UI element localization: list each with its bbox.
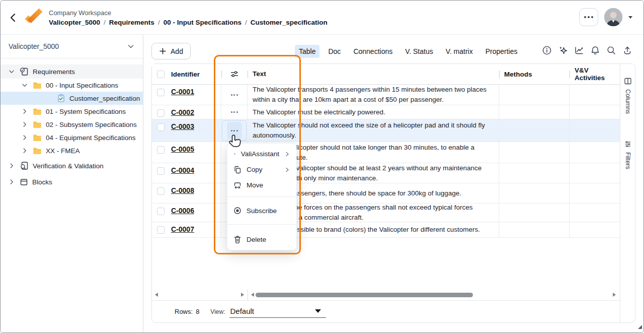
sidebar-item-customer-specification[interactable]: Customer_specification: [1, 92, 143, 105]
scroll-right-arrow[interactable]: [241, 293, 244, 297]
project-selector[interactable]: Valicopter_5000: [1, 35, 143, 58]
export-upload-icon[interactable]: [622, 45, 632, 55]
add-button[interactable]: Add: [151, 43, 191, 59]
filters-panel-toggle[interactable]: Filters: [624, 140, 632, 169]
sidebar-item-equipment-specifications[interactable]: 04 - Equipment Specifications: [1, 131, 143, 144]
chevron-right-icon[interactable]: [8, 162, 16, 169]
row-actions-button[interactable]: [229, 91, 240, 99]
avatar-dropdown-caret[interactable]: [628, 16, 632, 19]
row-actions-button[interactable]: [229, 108, 240, 116]
methods-cell[interactable]: [499, 222, 570, 237]
methods-cell[interactable]: [499, 85, 570, 105]
requirement-id-link[interactable]: C-0001: [171, 88, 194, 96]
valiassistant-sparkles-icon[interactable]: [558, 45, 568, 55]
view-select[interactable]: Default: [229, 306, 326, 318]
column-settings-sliders-icon[interactable]: [230, 70, 239, 79]
chevron-down-icon[interactable]: [21, 82, 29, 89]
requirements-doc-check-icon: [20, 67, 29, 76]
requirement-id-link[interactable]: C-0005: [171, 145, 194, 153]
requirement-id-link[interactable]: C-0007: [171, 225, 194, 233]
sidebar-item-requirements[interactable]: Requirements: [1, 64, 143, 79]
menu-item-move[interactable]: Move: [227, 177, 296, 193]
row-checkbox[interactable]: [157, 208, 165, 215]
tab-table[interactable]: Table: [295, 45, 319, 58]
methods-cell[interactable]: [499, 142, 570, 163]
vv-activities-cell[interactable]: [570, 85, 620, 105]
columns-panel-toggle[interactable]: Columns: [624, 77, 632, 114]
horizontal-scrollbar-thumb[interactable]: [256, 293, 473, 297]
tab-connections[interactable]: Connections: [349, 45, 396, 58]
chevron-down-icon[interactable]: [8, 68, 16, 75]
column-header-vv-activities[interactable]: V&V Activities: [570, 64, 620, 84]
row-checkbox[interactable]: [157, 109, 165, 117]
notifications-bell-icon[interactable]: [590, 45, 600, 55]
vv-activities-cell[interactable]: [570, 163, 620, 183]
info-icon[interactable]: [542, 45, 552, 55]
scroll-left-arrow[interactable]: [155, 293, 158, 297]
vv-activities-cell[interactable]: [570, 222, 620, 237]
sidebar-item-input-specifications[interactable]: 00 - Input Specifications: [1, 79, 143, 92]
columns-icon: [624, 77, 632, 85]
vv-activities-cell[interactable]: [570, 105, 620, 119]
sidebar-item-system-specifications[interactable]: 01 - System Specifications: [1, 105, 143, 118]
chevron-right-icon[interactable]: [21, 108, 29, 115]
tab-v-status[interactable]: V. Status: [401, 45, 437, 58]
menu-item-copy[interactable]: Copy: [227, 162, 296, 177]
chevron-right-icon[interactable]: [21, 147, 29, 154]
tab-v-matrix[interactable]: V. matrix: [442, 45, 477, 58]
sidebar-item-subsystem-specifications[interactable]: 02 - Subsystem Specifications: [1, 118, 143, 131]
scroll-right-arrow[interactable]: [613, 293, 616, 297]
tab-properties[interactable]: Properties: [481, 45, 522, 58]
menu-item-subscribe[interactable]: Subscribe: [227, 201, 296, 221]
chevron-right-icon[interactable]: [21, 134, 29, 141]
menu-item-label: Move: [247, 181, 263, 189]
methods-cell[interactable]: [499, 183, 570, 203]
row-checkbox[interactable]: [157, 187, 165, 195]
breadcrumb-current[interactable]: Customer_specification: [251, 19, 328, 26]
back-button[interactable]: [9, 12, 18, 23]
row-checkbox[interactable]: [157, 123, 165, 131]
column-header-text[interactable]: Text: [248, 64, 499, 84]
menu-item-valiassistant[interactable]: ValiAssistant: [227, 146, 296, 162]
sidebar-item-blocks[interactable]: Blocks: [1, 175, 143, 188]
row-checkbox[interactable]: [157, 167, 165, 175]
chevron-right-icon[interactable]: [21, 121, 29, 128]
vv-activities-cell[interactable]: [570, 142, 620, 163]
more-options-button[interactable]: [579, 8, 598, 26]
column-header-methods[interactable]: Methods: [499, 64, 570, 84]
breadcrumb-project[interactable]: Valicopter_5000: [49, 19, 100, 26]
row-actions-button-active[interactable]: [227, 122, 242, 139]
row-checkbox[interactable]: [157, 89, 165, 96]
vv-activities-cell[interactable]: [570, 183, 620, 203]
column-header-identifier[interactable]: Identifier: [171, 71, 200, 78]
select-all-checkbox[interactable]: [157, 71, 165, 78]
row-checkbox[interactable]: [157, 146, 165, 154]
analytics-chart-icon[interactable]: [574, 45, 584, 55]
search-icon[interactable]: [606, 45, 616, 55]
user-avatar[interactable]: [604, 8, 622, 26]
methods-cell[interactable]: [499, 163, 570, 183]
sidebar-item-fmea[interactable]: XX - FMEA: [1, 144, 143, 157]
menu-item-delete[interactable]: Delete: [227, 228, 296, 250]
header-divider: [499, 71, 500, 78]
tab-doc[interactable]: Doc: [324, 45, 345, 58]
chevron-right-icon[interactable]: [8, 178, 16, 185]
requirement-id-link[interactable]: C-0006: [171, 207, 194, 215]
vv-activities-cell[interactable]: [570, 119, 620, 142]
row-checkbox[interactable]: [157, 226, 165, 234]
breadcrumb-folder[interactable]: 00 - Input Specifications: [164, 19, 242, 26]
vv-activities-cell[interactable]: [570, 204, 620, 222]
requirement-id-link[interactable]: C-0003: [171, 122, 194, 130]
requirement-id-link[interactable]: C-0004: [171, 166, 194, 174]
requirement-id-link[interactable]: C-0002: [171, 108, 194, 116]
window-resize-handle[interactable]: [636, 322, 642, 331]
methods-cell[interactable]: [499, 105, 570, 119]
tree-item-label: 01 - System Specifications: [46, 108, 126, 115]
methods-cell[interactable]: [499, 204, 570, 222]
folder-icon: [33, 81, 42, 89]
breadcrumb-requirements[interactable]: Requirements: [109, 19, 154, 26]
requirement-id-link[interactable]: C-0008: [171, 186, 194, 194]
scroll-left-arrow[interactable]: [251, 293, 254, 297]
sidebar-item-verification-validation[interactable]: Verification & Validation: [1, 159, 143, 172]
methods-cell[interactable]: [499, 119, 570, 142]
